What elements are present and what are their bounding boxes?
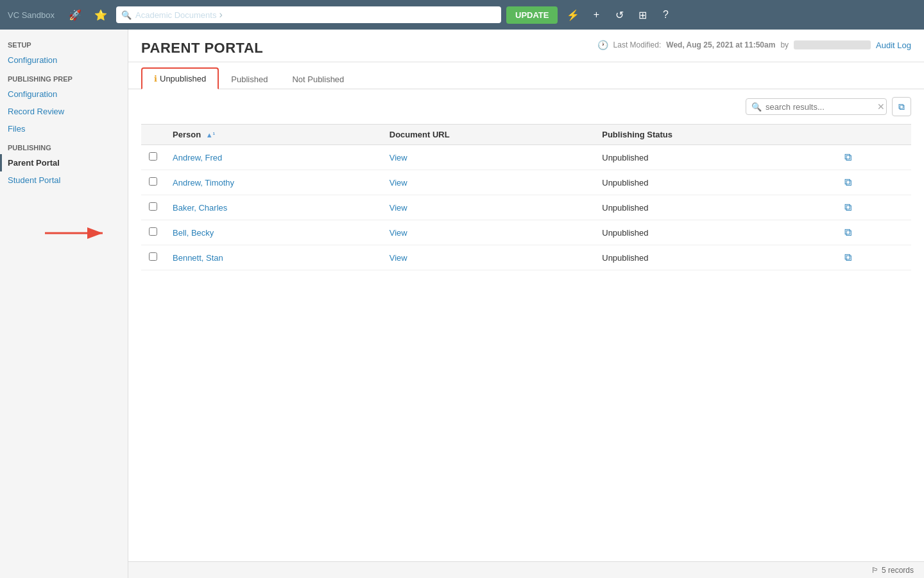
search-icon: 🔍 — [751, 102, 762, 112]
search-results-input[interactable] — [766, 102, 873, 112]
breadcrumb: Academic Documents › Academic Document: … — [135, 9, 496, 21]
row-checkbox-cell[interactable] — [141, 220, 165, 245]
last-modified-date: Wed, Aug 25, 2021 at 11:50am — [666, 40, 775, 49]
th-checkbox — [141, 125, 165, 145]
row-url-cell: View — [382, 145, 595, 170]
table-header-row: Person ▲¹ Document URL Publishing Status — [141, 125, 911, 145]
view-link[interactable]: View — [389, 203, 407, 213]
tabs-container: ℹUnpublished Published Not Published — [128, 62, 924, 89]
rocket-icon-btn[interactable]: 🚀 — [65, 4, 85, 25]
row-person-cell: Andrew, Timothy — [165, 170, 382, 195]
open-record-button[interactable]: ⧉ — [843, 200, 853, 215]
sidebar-item-parent-portal[interactable]: Parent Portal — [0, 154, 128, 171]
person-link[interactable]: Andrew, Fred — [173, 153, 222, 162]
th-document-url: Document URL — [382, 125, 595, 145]
modified-by-user — [794, 40, 871, 49]
row-person-cell: Bennett, Stan — [165, 245, 382, 270]
sidebar-item-configuration-prep[interactable]: Configuration — [0, 85, 128, 103]
row-url-cell: View — [382, 220, 595, 245]
person-link[interactable]: Bell, Becky — [173, 228, 214, 238]
info-icon: ℹ — [154, 74, 157, 83]
open-record-button[interactable]: ⧉ — [843, 250, 853, 265]
status-text: Unpublished — [602, 228, 648, 238]
row-person-cell: Baker, Charles — [165, 195, 382, 220]
history-icon-btn[interactable]: ↺ — [609, 4, 629, 25]
row-status-cell: Unpublished — [594, 195, 835, 220]
footer-flag-icon: 🏳 — [871, 566, 879, 575]
top-navigation: VC Sandbox 🚀 ⭐ 🔍 Academic Documents › Ac… — [0, 0, 924, 30]
row-action-cell: ⧉ — [835, 145, 868, 170]
row-url-cell: View — [382, 195, 595, 220]
star-icon-btn[interactable]: ⭐ — [90, 4, 111, 25]
open-record-button[interactable]: ⧉ — [843, 150, 853, 164]
view-link[interactable]: View — [389, 253, 407, 263]
main-layout: SETUP Configuration PUBLISHING PREP Conf… — [0, 30, 924, 578]
footer: 🏳 5 records — [128, 561, 924, 578]
update-button[interactable]: UPDATE — [506, 6, 558, 24]
page-header: PARENT PORTAL 🕐 Last Modified: Wed, Aug … — [128, 30, 924, 62]
row-action-cell: ⧉ — [835, 170, 868, 195]
search-results-bar[interactable]: 🔍 ✕ — [746, 98, 887, 115]
th-publishing-status: Publishing Status — [594, 125, 835, 145]
table-row: Baker, Charles View Unpublished ⧉ — [141, 195, 911, 220]
row-checkbox[interactable] — [149, 227, 157, 236]
status-text: Unpublished — [602, 178, 648, 188]
sidebar-setup-section: SETUP — [0, 35, 128, 51]
row-empty-cell — [868, 145, 911, 170]
row-checkbox[interactable] — [149, 177, 157, 186]
breadcrumb-current: Academic Document: Q1 Example Import Rep… — [225, 10, 406, 20]
row-empty-cell — [868, 170, 911, 195]
grid-icon-btn[interactable]: ⊞ — [632, 4, 653, 25]
open-external-button[interactable]: ⧉ — [892, 97, 911, 116]
row-action-cell: ⧉ — [835, 195, 868, 220]
sidebar: SETUP Configuration PUBLISHING PREP Conf… — [0, 30, 128, 578]
person-link[interactable]: Bennett, Stan — [173, 253, 223, 263]
add-icon-btn[interactable]: + — [586, 4, 606, 25]
row-checkbox[interactable] — [149, 202, 157, 211]
nav-right-icons: ⚡ + ↺ ⊞ ? — [563, 4, 676, 25]
table-area: 🔍 ✕ ⧉ Person ▲¹ — [128, 89, 924, 561]
row-url-cell: View — [382, 245, 595, 270]
view-link[interactable]: View — [389, 178, 407, 188]
person-link[interactable]: Baker, Charles — [173, 203, 227, 213]
sidebar-item-configuration-setup[interactable]: Configuration — [0, 51, 128, 69]
breadcrumb-academic-documents[interactable]: Academic Documents — [135, 10, 216, 20]
help-icon-btn[interactable]: ? — [655, 4, 676, 25]
row-checkbox-cell[interactable] — [141, 245, 165, 270]
row-checkbox-cell[interactable] — [141, 145, 165, 170]
page-meta: 🕐 Last Modified: Wed, Aug 25, 2021 at 11… — [597, 40, 911, 50]
open-record-button[interactable]: ⧉ — [843, 225, 853, 240]
row-checkbox-cell[interactable] — [141, 195, 165, 220]
lightning-icon-btn[interactable]: ⚡ — [563, 4, 583, 25]
status-text: Unpublished — [602, 203, 648, 213]
row-status-cell: Unpublished — [594, 145, 835, 170]
audit-log-link[interactable]: Audit Log — [876, 40, 911, 50]
external-link-icon: ⧉ — [898, 101, 905, 112]
table-row: Bell, Becky View Unpublished ⧉ — [141, 220, 911, 245]
table-row: Bennett, Stan View Unpublished ⧉ — [141, 245, 911, 270]
person-link[interactable]: Andrew, Timothy — [173, 178, 234, 188]
row-checkbox-cell[interactable] — [141, 170, 165, 195]
tab-unpublished[interactable]: ℹUnpublished — [141, 67, 219, 89]
clear-search-icon[interactable]: ✕ — [877, 101, 885, 112]
tab-not-published[interactable]: Not Published — [280, 69, 356, 89]
view-link[interactable]: View — [389, 153, 407, 162]
by-label: by — [780, 40, 789, 49]
th-person[interactable]: Person ▲¹ — [165, 125, 382, 145]
last-modified-label: Last Modified: — [613, 40, 662, 49]
tab-published[interactable]: Published — [219, 69, 280, 89]
row-checkbox[interactable] — [149, 152, 157, 161]
row-checkbox[interactable] — [149, 252, 157, 261]
sidebar-item-record-review[interactable]: Record Review — [0, 103, 128, 120]
row-action-cell: ⧉ — [835, 220, 868, 245]
page-title: PARENT PORTAL — [141, 40, 263, 57]
open-record-button[interactable]: ⧉ — [843, 175, 853, 189]
row-empty-cell — [868, 195, 911, 220]
row-status-cell: Unpublished — [594, 220, 835, 245]
search-icon: 🔍 — [121, 10, 132, 20]
sidebar-publishing-section: PUBLISHING — [0, 137, 128, 154]
row-empty-cell — [868, 220, 911, 245]
sidebar-item-files[interactable]: Files — [0, 120, 128, 137]
sidebar-item-student-portal[interactable]: Student Portal — [0, 171, 128, 189]
view-link[interactable]: View — [389, 228, 407, 238]
